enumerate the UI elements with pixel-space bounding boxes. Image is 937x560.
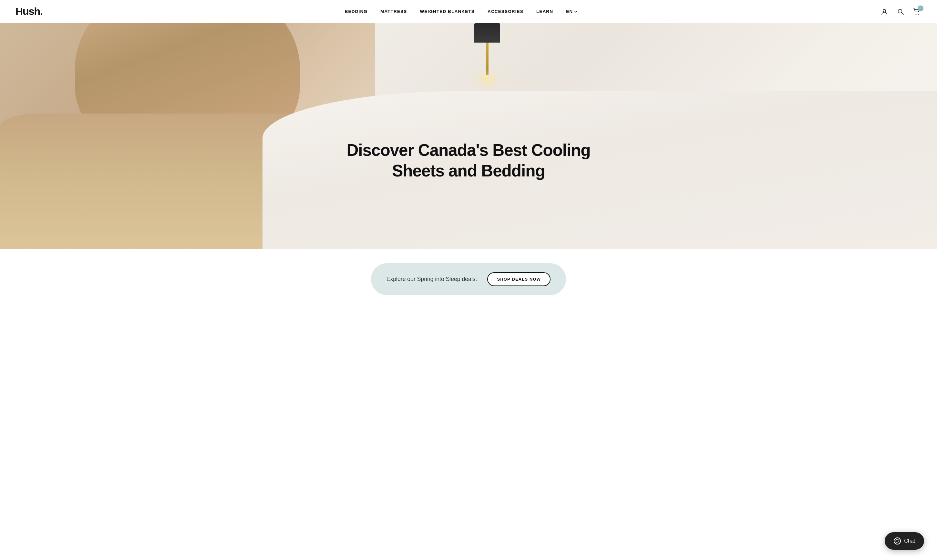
promo-banner: Explore our Spring into Sleep deals: SHO… — [371, 263, 566, 295]
hero-lamp — [474, 23, 500, 88]
account-button[interactable] — [880, 7, 889, 17]
lamp-shade — [474, 23, 500, 43]
lamp-shaft — [486, 43, 489, 75]
nav-item-accessories[interactable]: ACCESSORIES — [488, 9, 523, 14]
hero-overlay — [0, 23, 937, 249]
nav-item-weighted-blankets[interactable]: WEIGHTED BLANKETS — [420, 9, 475, 14]
nav-icons: 0 — [880, 7, 922, 17]
nav-item-learn[interactable]: LEARN — [536, 9, 553, 14]
lamp-light — [477, 75, 497, 85]
promo-text: Explore our Spring into Sleep deals: — [386, 276, 477, 283]
nav-item-mattress[interactable]: MATTRESS — [380, 9, 407, 14]
chevron-down-icon — [574, 11, 577, 12]
nav-item-bedding[interactable]: BEDDING — [345, 9, 367, 14]
hero-headline: Discover Canada's Best Cooling Sheets an… — [323, 140, 614, 181]
svg-point-0 — [883, 9, 886, 12]
search-button[interactable] — [896, 7, 905, 17]
svg-point-4 — [918, 14, 919, 14]
shop-deals-button[interactable]: SHOP DEALS NOW — [487, 272, 551, 286]
search-icon — [897, 8, 904, 15]
hero-section: Discover Canada's Best Cooling Sheets an… — [0, 23, 937, 249]
main-nav: BEDDING MATTRESS WEIGHTED BLANKETS ACCES… — [345, 9, 577, 14]
cart-button[interactable]: 0 — [912, 7, 922, 17]
svg-line-2 — [901, 12, 903, 14]
promo-section: Explore our Spring into Sleep deals: SHO… — [0, 249, 937, 309]
svg-point-3 — [916, 14, 917, 14]
hero-text-container: Discover Canada's Best Cooling Sheets an… — [323, 140, 614, 181]
language-label: EN — [566, 9, 573, 14]
account-icon — [881, 8, 888, 15]
cart-badge: 0 — [918, 6, 923, 11]
language-selector[interactable]: EN — [566, 9, 577, 14]
logo[interactable]: Hush. — [15, 6, 43, 17]
header: Hush. BEDDING MATTRESS WEIGHTED BLANKETS… — [0, 0, 937, 23]
